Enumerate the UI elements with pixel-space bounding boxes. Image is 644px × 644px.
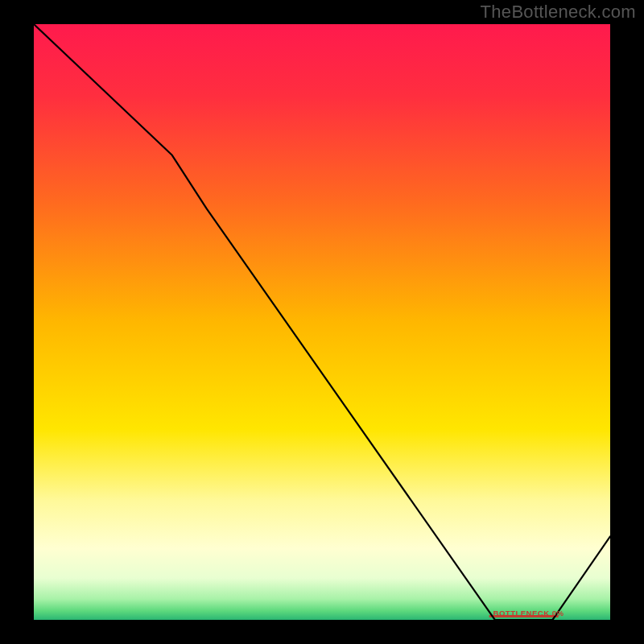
watermark-text: TheBottleneck.com (481, 2, 636, 23)
x-axis (34, 620, 610, 621)
baseline-label: BOTTLENECK 0% (493, 609, 564, 617)
gradient-background (34, 24, 610, 620)
y-axis (34, 24, 35, 620)
chart-svg (34, 24, 610, 620)
chart-frame: TheBottleneck.com BOTTLENECK 0% (0, 0, 644, 644)
plot-area (34, 24, 610, 620)
